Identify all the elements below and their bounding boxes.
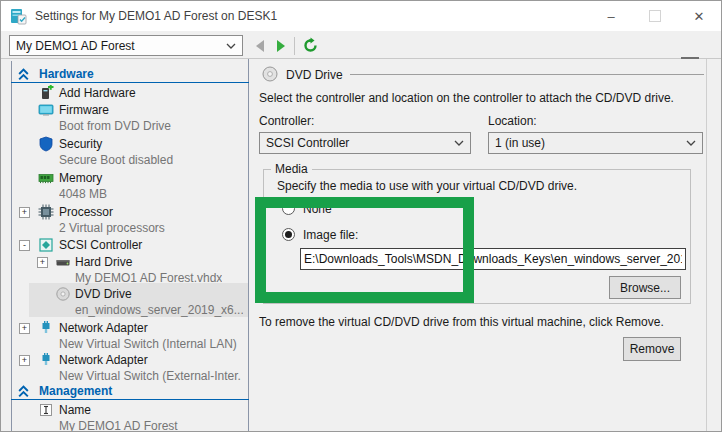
sidebar-item-scsi-controller[interactable]: SCSI Controller [59,238,142,252]
minimize-icon: – [607,9,614,24]
media-none-label[interactable]: None [303,202,332,216]
hyperv-settings-icon [10,8,27,25]
image-file-path-input[interactable] [300,248,686,270]
management-underline [11,399,249,400]
minimize-button[interactable]: – [589,1,633,31]
sidebar-sub-network-adapter-2: New Virtual Switch (External-Inter... [59,369,241,383]
location-label: Location: [488,114,537,128]
sidebar-section-management: Management [39,384,112,398]
sidebar-right-border [248,59,249,432]
network-adapter-icon [38,320,54,336]
vm-selector-value: My DEMO1 AD Forest [16,39,226,53]
sidebar-sub-network-adapter-1: New Virtual Switch (Internal LAN) [59,337,237,351]
media-image-file-label[interactable]: Image file: [303,228,358,242]
maximize-button [633,1,677,31]
navigate-back-icon [253,38,269,54]
page-description: Select the controller and location on th… [259,91,674,105]
sidebar-sub-security: Secure Boot disabled [59,153,173,167]
remove-button[interactable]: Remove [623,337,681,361]
sidebar-sub-processor: 2 Virtual processors [59,221,165,235]
controller-value: SCSI Controller [266,136,454,150]
chevron-down-icon [686,140,696,146]
content-pane-edge-top [681,57,699,59]
sidebar-sub-name: My DEMO1 AD Forest [59,419,178,432]
firmware-icon [38,102,54,118]
media-image-file-radio[interactable] [282,228,295,241]
expand-hard-drive[interactable]: + [37,257,48,268]
controller-label: Controller: [259,114,314,128]
memory-icon [38,170,54,186]
add-hardware-icon [38,85,54,101]
refresh-icon[interactable] [302,37,319,54]
sidebar-item-processor[interactable]: Processor [59,205,113,219]
processor-icon [38,204,54,220]
dvd-drive-icon [55,286,71,302]
media-description: Specify the media to use with your virtu… [277,179,577,193]
sidebar-item-dvd-drive[interactable]: DVD Drive [75,287,132,301]
sidebar-sub-memory: 4048 MB [59,187,107,201]
close-button[interactable]: ✕ [677,1,721,31]
sidebar-sub-dvd-drive: en_windows_server_2019_x6... [75,303,243,317]
security-icon [38,136,54,152]
expand-network-adapter-1[interactable]: + [19,323,30,334]
toolbar-separator [294,37,295,55]
chevron-down-icon [226,43,236,49]
scsi-controller-icon [38,237,54,253]
controller-dropdown[interactable]: SCSI Controller [259,132,471,154]
sidebar-item-network-adapter-2[interactable]: Network Adapter [59,353,148,367]
sidebar-left-border [11,61,12,432]
maximize-icon [649,10,661,22]
browse-button[interactable]: Browse... [609,276,681,299]
remove-hint: To remove the virtual CD/DVD drive from … [259,315,664,329]
location-value: 1 (in use) [495,136,686,150]
collapse-section-icon[interactable] [17,68,30,81]
collapse-section-icon[interactable] [17,385,30,398]
vm-selector-dropdown[interactable]: My DEMO1 AD Forest [9,35,243,56]
page-title-rule [350,74,704,75]
expand-processor[interactable]: + [19,207,30,218]
sidebar-item-security[interactable]: Security [59,137,102,151]
sidebar-item-network-adapter-1[interactable]: Network Adapter [59,321,148,335]
hard-drive-icon [55,254,71,270]
media-none-radio[interactable] [282,202,295,215]
collapse-scsi-controller[interactable]: - [19,240,30,251]
settings-window: Settings for My DEMO1 AD Forest on DESK1… [0,0,722,432]
dvd-drive-page-icon [262,66,278,82]
chevron-down-icon [454,140,464,146]
remove-button-label: Remove [630,342,675,356]
location-dropdown[interactable]: 1 (in use) [488,132,703,154]
content-pane-edge [706,59,707,432]
sidebar-item-name[interactable]: Name [59,403,91,417]
page-title: DVD Drive [286,68,343,82]
sidebar-item-hard-drive[interactable]: Hard Drive [75,255,132,269]
sidebar-sub-hard-drive: My DEMO1 AD Forest.vhdx [75,271,222,285]
expand-network-adapter-2[interactable]: + [19,355,30,366]
network-adapter-icon [38,352,54,368]
sidebar-sub-firmware: Boot from DVD Drive [59,119,171,133]
name-icon [38,402,54,418]
window-title: Settings for My DEMO1 AD Forest on DESK1 [35,9,277,23]
navigate-forward-icon[interactable] [273,38,289,54]
browse-button-label: Browse... [620,281,670,295]
sidebar-item-memory[interactable]: Memory [59,171,102,185]
sidebar-item-firmware[interactable]: Firmware [59,103,109,117]
hardware-underline [11,82,249,83]
sidebar-item-add-hardware[interactable]: Add Hardware [59,86,136,100]
title-bar: Settings for My DEMO1 AD Forest on DESK1… [1,1,721,31]
close-icon: ✕ [694,9,705,24]
media-group-label: Media [271,162,312,176]
sidebar-section-hardware: Hardware [39,67,94,81]
